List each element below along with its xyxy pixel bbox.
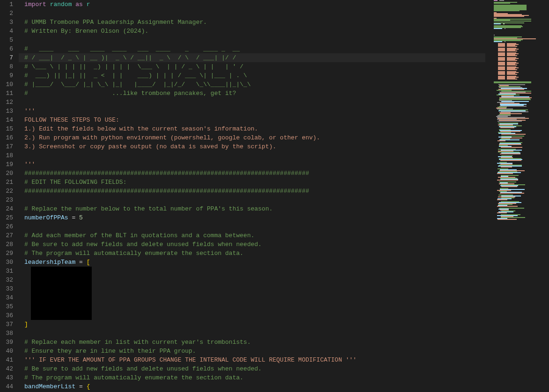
code-token: import <box>24 1 46 8</box>
code-line[interactable]: FOLLOW THESE STEPS TO USE: <box>24 116 493 124</box>
line-number: 3 <box>0 18 13 27</box>
line-number: 36 <box>0 311 13 320</box>
code-line[interactable]: # The program will automatically enumera… <box>24 373 493 382</box>
code-line[interactable] <box>24 98 493 107</box>
code-line[interactable]: numberOfPPAs = 5 <box>24 213 493 222</box>
code-token: ########################################… <box>24 170 309 177</box>
code-line[interactable]: # \___ \ | | | || _) | | | | \___ \ | | … <box>24 62 493 71</box>
code-token <box>83 383 87 390</box>
code-token: [ <box>87 259 90 266</box>
line-number: 23 <box>0 196 13 204</box>
minimap[interactable] <box>493 0 549 392</box>
code-token <box>75 259 79 266</box>
line-number: 7 <box>0 53 13 62</box>
code-line[interactable] <box>24 222 493 231</box>
code-line[interactable]: # UMMB Trombone PPA Leadership Assignmen… <box>24 18 493 27</box>
code-token: = <box>79 259 83 266</box>
code-token: ''' <box>24 108 35 115</box>
code-line[interactable]: # Ensure they are in line with their PPA… <box>24 347 493 356</box>
code-line[interactable]: # Be sure to add new fields and delete u… <box>24 364 493 373</box>
code-token: # Replace each member in list with curre… <box>24 339 251 346</box>
code-token: 2.) Run program with python environment … <box>24 134 320 141</box>
code-line[interactable]: leadershipTeam = [ <box>24 258 493 267</box>
line-number: 34 <box>0 293 13 302</box>
code-token <box>46 1 50 8</box>
code-line[interactable] <box>24 267 493 276</box>
line-number: 1 <box>0 0 13 9</box>
code-line[interactable] <box>24 302 493 311</box>
code-token: # / ___| / _ \ | __ )| _ \ / __|| _ \ / … <box>24 54 236 61</box>
line-number: 39 <box>0 338 13 347</box>
code-token <box>83 1 87 8</box>
code-token: = <box>79 383 83 390</box>
code-line[interactable] <box>24 196 493 204</box>
code-line[interactable]: ''' <box>24 107 493 116</box>
code-token: { <box>87 383 90 390</box>
code-token: as <box>75 1 83 8</box>
code-line[interactable]: ########################################… <box>24 169 493 178</box>
code-line[interactable]: # ____ ___ ____ ____ ___ ____ _ ____ _ _… <box>24 44 493 53</box>
code-token: # Written By: Brenen Olson (2024). <box>24 28 148 35</box>
line-number: 24 <box>0 204 13 213</box>
code-token: 5 <box>79 214 83 221</box>
code-line[interactable]: # / ___| / _ \ | __ )| _ \ / __|| _ \ / … <box>19 53 485 62</box>
code-token: # Ensure they are in line with their PPA… <box>24 348 196 355</box>
code-line[interactable]: 1.) Edit the fields below with the curre… <box>24 124 493 133</box>
code-token: leadershipTeam <box>24 259 75 266</box>
code-line[interactable]: # EDIT THE FOLLOWING FIELDS: <box>24 178 493 187</box>
code-line[interactable]: 3.) Screenshot or copy paste output (no … <box>24 142 493 151</box>
code-token: ########################################… <box>24 188 309 195</box>
code-line[interactable] <box>24 311 493 320</box>
code-line[interactable]: # ...like trombone pancakes, get it? <box>24 89 493 98</box>
code-line[interactable]: # Replace each member in list with curre… <box>24 338 493 347</box>
line-number: 14 <box>0 116 13 124</box>
code-content[interactable]: import random as r# UMMB Trombone PPA Le… <box>19 0 493 392</box>
code-line[interactable] <box>24 36 493 44</box>
code-line[interactable]: # Written By: Brenen Olson (2024). <box>24 27 493 36</box>
code-line[interactable] <box>24 276 493 284</box>
line-number: 13 <box>0 107 13 116</box>
line-number: 44 <box>0 382 13 391</box>
line-number: 27 <box>0 231 13 240</box>
code-token: ''' IF EVER THE AMOUNT OF PPA GROUPS CHA… <box>24 356 357 363</box>
line-number: 12 <box>0 98 13 107</box>
line-number: 10 <box>0 80 13 89</box>
code-token: ] <box>24 321 28 328</box>
code-token: 3.) Screenshot or copy paste output (no … <box>24 143 276 150</box>
code-token: # Replace the number below to the total … <box>24 205 273 212</box>
code-line[interactable]: # |____/ \___/ |_| \_\ |_| |____/ |_|/_/… <box>24 80 493 89</box>
line-number-gutter[interactable]: 1234567891011121314151617181920212223242… <box>0 0 19 392</box>
code-line[interactable]: # Add each member of the BLT in quotatio… <box>24 231 493 240</box>
line-number: 31 <box>0 267 13 276</box>
code-line[interactable]: ] <box>24 320 493 329</box>
line-number: 30 <box>0 258 13 267</box>
code-line[interactable]: ''' IF EVER THE AMOUNT OF PPA GROUPS CHA… <box>24 356 493 364</box>
line-number: 8 <box>0 62 13 71</box>
code-line[interactable] <box>24 293 493 302</box>
code-line[interactable]: # Replace the number below to the total … <box>24 204 493 213</box>
code-line[interactable]: 2.) Run program with python environment … <box>24 133 493 142</box>
code-editor: 1234567891011121314151617181920212223242… <box>0 0 549 392</box>
code-token: random <box>50 1 72 8</box>
code-line[interactable]: # ___) || |_| || _ < | | ___) | | | / __… <box>24 71 493 80</box>
code-line[interactable] <box>24 329 493 338</box>
line-number: 2 <box>0 9 13 18</box>
code-line[interactable]: ########################################… <box>24 187 493 196</box>
code-line[interactable] <box>24 151 493 160</box>
code-line[interactable]: import random as r <box>24 0 493 9</box>
code-line[interactable]: # The program will automatically enumera… <box>24 249 493 258</box>
line-number: 38 <box>0 329 13 338</box>
code-token: # ____ ___ ____ ____ ___ ____ _ ____ _ _… <box>24 45 240 52</box>
code-token <box>75 214 79 221</box>
code-line[interactable]: # Be sure to add new fields and delete u… <box>24 240 493 249</box>
code-line[interactable]: bandMemberList = { <box>24 382 493 391</box>
code-line[interactable] <box>24 9 493 18</box>
line-number: 18 <box>0 151 13 160</box>
code-line[interactable] <box>24 284 493 293</box>
code-token: 1.) Edit the fields below with the curre… <box>24 125 258 132</box>
line-number: 25 <box>0 213 13 222</box>
line-number: 20 <box>0 169 13 178</box>
code-area[interactable]: 1234567891011121314151617181920212223242… <box>0 0 493 392</box>
code-line[interactable]: ''' <box>24 160 493 169</box>
line-number: 16 <box>0 133 13 142</box>
